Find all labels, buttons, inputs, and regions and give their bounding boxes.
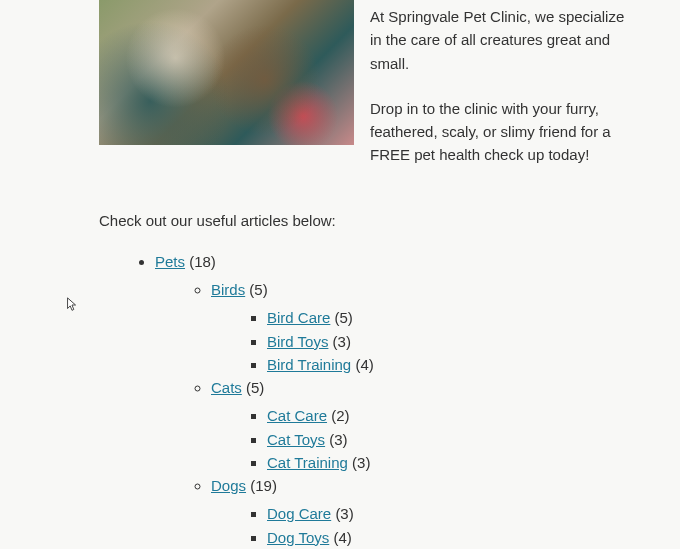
link-cats[interactable]: Cats — [211, 379, 242, 396]
count: (18) — [189, 253, 216, 270]
count: (5) — [249, 281, 267, 298]
count: (5) — [246, 379, 264, 396]
list-item: Bird Training (4) — [267, 353, 640, 376]
count: (4) — [355, 356, 373, 373]
list-item: Cats (5) Cat Care (2) Cat Toys (3) Cat T… — [211, 376, 640, 474]
list-item: Dog Care (3) — [267, 502, 640, 525]
link-dog-care[interactable]: Dog Care — [267, 505, 331, 522]
count: (3) — [329, 431, 347, 448]
list-item: Pets (18) Birds (5) Bird Care (5) Bird T… — [155, 250, 640, 549]
list-item: Dogs (19) Dog Care (3) Dog Toys (4) Dog … — [211, 474, 640, 549]
hero-row: At Springvale Pet Clinic, we specialize … — [99, 0, 640, 189]
link-bird-toys[interactable]: Bird Toys — [267, 333, 328, 350]
count: (4) — [333, 529, 351, 546]
list-item: Cat Training (3) — [267, 451, 640, 474]
link-cat-care[interactable]: Cat Care — [267, 407, 327, 424]
link-bird-training[interactable]: Bird Training — [267, 356, 351, 373]
link-bird-care[interactable]: Bird Care — [267, 309, 330, 326]
list-item: Dog Toys (4) — [267, 526, 640, 549]
intro-paragraph-1: At Springvale Pet Clinic, we specialize … — [370, 5, 640, 75]
link-pets[interactable]: Pets — [155, 253, 185, 270]
count: (3) — [333, 333, 351, 350]
link-dogs[interactable]: Dogs — [211, 477, 246, 494]
list-item: Bird Toys (3) — [267, 330, 640, 353]
articles-intro: Check out our useful articles below: — [99, 209, 640, 232]
page-content: At Springvale Pet Clinic, we specialize … — [0, 0, 680, 549]
list-item: Bird Care (5) — [267, 306, 640, 329]
link-cat-toys[interactable]: Cat Toys — [267, 431, 325, 448]
list-item: Cat Care (2) — [267, 404, 640, 427]
intro-paragraph-2: Drop in to the clinic with your furry, f… — [370, 97, 640, 167]
count: (19) — [250, 477, 277, 494]
link-birds[interactable]: Birds — [211, 281, 245, 298]
category-list: Pets (18) Birds (5) Bird Care (5) Bird T… — [99, 250, 640, 549]
link-dog-toys[interactable]: Dog Toys — [267, 529, 329, 546]
hero-text: At Springvale Pet Clinic, we specialize … — [370, 0, 640, 189]
count: (3) — [352, 454, 370, 471]
list-item: Cat Toys (3) — [267, 428, 640, 451]
count: (2) — [331, 407, 349, 424]
count: (5) — [335, 309, 353, 326]
link-cat-training[interactable]: Cat Training — [267, 454, 348, 471]
list-item: Birds (5) Bird Care (5) Bird Toys (3) Bi… — [211, 278, 640, 376]
count: (3) — [335, 505, 353, 522]
hero-image — [99, 0, 354, 145]
